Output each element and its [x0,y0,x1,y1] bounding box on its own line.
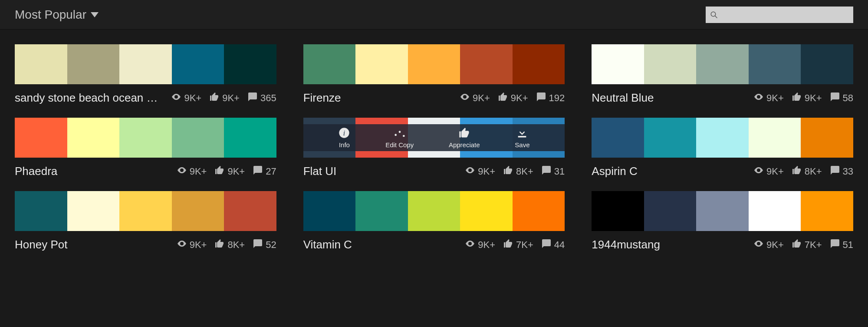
eye-icon [753,238,764,251]
search-box[interactable] [706,7,853,23]
palette-meta: sandy stone beach ocean …9K+9K+365 [15,84,276,105]
info-action[interactable]: iInfo [338,127,350,149]
svg-point-4 [395,134,397,136]
svg-point-6 [403,135,405,137]
sort-label: Most Popular [15,8,86,22]
palette-name: Aspirin C [592,165,746,178]
thumbs-up-icon [214,238,225,251]
swatch [119,191,172,231]
swatch [749,44,801,84]
swatch-strip[interactable] [592,118,853,158]
likes-stat: 7K+ [503,238,533,251]
likes-stat: 8K+ [214,238,245,251]
swatch-strip[interactable] [303,191,565,231]
views-stat: 9K+ [177,165,207,178]
appreciate-action[interactable]: Appreciate [449,127,480,149]
swatch [749,118,801,158]
palette-meta: 1944mustang9K+7K+51 [592,231,853,251]
swatch [592,44,644,84]
swatch-strip[interactable] [15,191,276,231]
stat-value: 58 [843,92,853,104]
comments-stat: 31 [541,165,565,178]
swatch [303,191,356,231]
palette-card[interactable]: Honey Pot9K+8K+52 [15,191,276,251]
stat-value: 9K+ [511,92,528,104]
stat-value: 9K+ [766,239,784,251]
overlay-action-label: Save [515,141,529,149]
swatch [119,44,172,84]
stat-value: 9K+ [766,166,784,177]
palette-card[interactable]: iInfoEdit CopyAppreciateSaveFlat UI9K+8K… [303,118,565,178]
views-stat: 9K+ [171,92,201,105]
thumbs-up-icon [498,92,508,105]
overlay-action-label: Appreciate [449,141,480,149]
views-stat: 9K+ [753,238,784,251]
palette-card[interactable]: sandy stone beach ocean …9K+9K+365 [15,44,276,105]
stat-value: 52 [266,239,276,251]
swatch [513,191,565,231]
sort-dropdown[interactable]: Most Popular [15,8,99,22]
swatch-strip[interactable] [592,44,853,84]
eye-icon [753,165,764,178]
thumbs-up-icon [792,92,802,105]
palette-card[interactable]: 1944mustang9K+7K+51 [592,191,853,251]
comment-icon [541,238,552,251]
edit-copy-action[interactable]: Edit Copy [385,127,414,149]
palette-name: Phaedra [15,165,169,178]
swatch [355,44,408,84]
swatch [644,118,697,158]
stat-value: 7K+ [805,239,822,251]
swatch [172,191,224,231]
likes-stat: 7K+ [792,238,822,251]
palette-card[interactable]: Vitamin C9K+7K+44 [303,191,565,251]
palette-name: Vitamin C [303,238,457,251]
swatch [696,191,749,231]
views-stat: 9K+ [465,238,495,251]
palette-card[interactable]: Phaedra9K+9K+27 [15,118,276,178]
swatch-strip[interactable] [303,44,565,84]
eye-icon [460,92,470,105]
comments-stat: 58 [830,92,853,105]
views-stat: 9K+ [460,92,490,105]
palette-meta: Flat UI9K+8K+31 [303,158,565,178]
palette-card[interactable]: Aspirin C9K+8K+33 [592,118,853,178]
swatch [696,44,749,84]
palette-card[interactable]: Neutral Blue9K+9K+58 [592,44,853,105]
stat-value: 365 [260,92,276,104]
swatch [355,191,408,231]
swatch [224,118,276,158]
comments-stat: 365 [247,92,276,105]
swatch [67,118,120,158]
swatch [224,44,276,84]
swatch [408,44,460,84]
overlay-action-label: Info [339,141,350,149]
swatch [119,118,172,158]
palette-meta: Honey Pot9K+8K+52 [15,231,276,251]
palette-name: Flat UI [303,165,457,178]
stat-value: 31 [554,166,565,177]
palette-card[interactable]: Firenze9K+9K+192 [303,44,565,105]
swatch-strip[interactable] [15,118,276,158]
swatch [224,191,276,231]
stat-value: 9K+ [805,92,822,104]
comments-stat: 192 [536,92,565,105]
stat-value: 9K+ [184,92,201,104]
swatch-strip[interactable] [592,191,853,231]
views-stat: 9K+ [465,165,495,178]
svg-point-0 [711,12,716,17]
comments-stat: 33 [830,165,853,178]
likes-stat: 9K+ [792,92,822,105]
comment-icon [830,92,840,105]
search-input[interactable] [718,10,849,19]
stat-value: 27 [266,166,276,177]
stat-value: 9K+ [478,239,495,251]
thumbs-up-icon [792,238,802,251]
palette-name: Neutral Blue [592,91,746,105]
save-action[interactable]: Save [515,127,529,149]
swatch [15,118,67,158]
swatch-strip[interactable] [15,44,276,84]
palette-name: Firenze [303,91,452,105]
swatch-strip[interactable]: iInfoEdit CopyAppreciateSave [303,118,565,158]
thumbs-up-icon [458,127,470,140]
swatch [749,191,801,231]
